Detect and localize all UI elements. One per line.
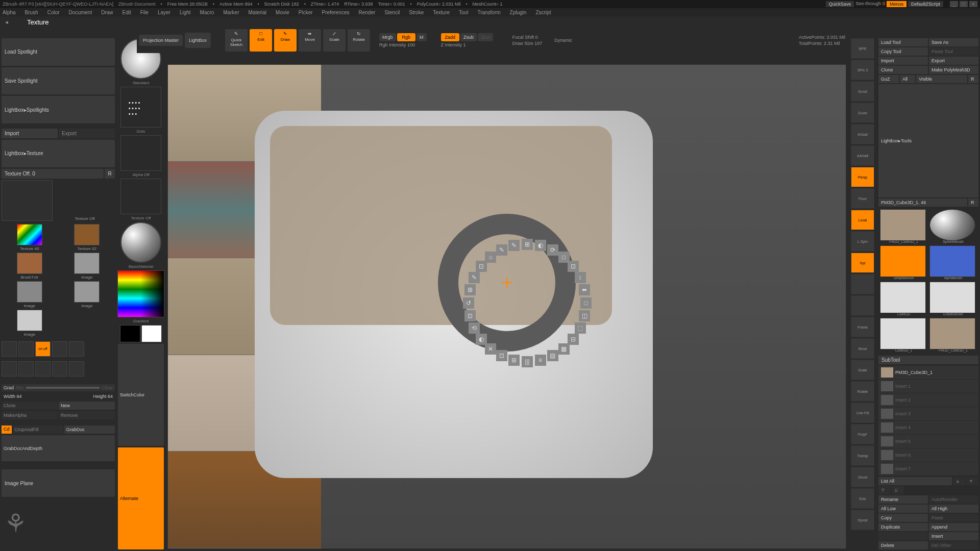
switchcolor-button[interactable]: SwitchColor xyxy=(118,344,164,446)
wheel-icon-0[interactable]: ⊞ xyxy=(522,239,533,250)
wheel-icon-23[interactable]: ✎ xyxy=(469,272,480,283)
wheel-icon-8[interactable]: ◫ xyxy=(579,310,590,321)
rename-button[interactable]: Rename xyxy=(878,495,928,504)
tool-icon-7[interactable] xyxy=(18,361,34,377)
nav-zoom[interactable]: Zoom xyxy=(851,103,874,123)
tool-thumb-wrap[interactable]: AlphaBrush xyxy=(929,245,977,280)
quicksave-button[interactable]: QuickSave xyxy=(826,1,854,7)
wheel-icon-14[interactable]: ||| xyxy=(522,356,533,367)
tool-thumb-wrap[interactable]: PM3D_Cube3D_1 xyxy=(880,209,927,243)
nav-l.sym[interactable]: L.Sym xyxy=(851,231,874,252)
move-up-icon[interactable]: ⇈ xyxy=(878,486,891,494)
tool-icon-1[interactable] xyxy=(2,341,17,357)
menu-document[interactable]: Document xyxy=(69,10,92,15)
menu-movie[interactable]: Movie xyxy=(276,10,289,15)
color-picker[interactable] xyxy=(117,270,164,317)
subtool-item[interactable]: Insert 2 xyxy=(878,393,978,407)
wheel-icon-2[interactable]: ⟳ xyxy=(547,244,558,256)
import-tool-button[interactable]: Import xyxy=(878,57,928,65)
menu-zplugin[interactable]: Zplugin xyxy=(510,10,527,15)
import-button[interactable]: Import xyxy=(2,129,58,138)
load-tool-button[interactable]: Load Tool xyxy=(878,38,928,46)
autoreorder-button[interactable]: AutoReorder xyxy=(929,495,978,504)
r-button-tool[interactable]: R xyxy=(968,198,978,207)
nav-floor[interactable]: Floor xyxy=(851,188,874,209)
delete-button[interactable]: Delete xyxy=(878,541,928,549)
subtool-item[interactable]: Insert 5 xyxy=(878,435,978,448)
wheel-icon-18[interactable]: ◐ xyxy=(476,334,487,345)
menu-marker[interactable]: Marker xyxy=(223,10,239,15)
stroke-preview[interactable] xyxy=(120,87,161,128)
nav-spix-3[interactable]: SPix 3 xyxy=(851,60,874,80)
wheel-icon-26[interactable]: ✎ xyxy=(496,244,507,256)
insert-button[interactable]: Insert xyxy=(929,532,978,540)
lightbox-tools-button[interactable]: Lightbox▸Tools xyxy=(878,84,978,197)
rgb-intensity-label[interactable]: Rgb Intensity 100 xyxy=(379,42,427,47)
cd-badge[interactable]: Cd xyxy=(2,425,12,434)
texture-preview-large[interactable] xyxy=(2,180,53,221)
nav-frame[interactable]: Frame xyxy=(851,317,874,337)
nav-local[interactable]: Local xyxy=(851,210,874,230)
wheel-icon-11[interactable]: ▦ xyxy=(558,343,570,355)
subtool-item[interactable]: Insert 6 xyxy=(878,448,978,462)
nav-xyz[interactable]: Xyz xyxy=(851,253,874,273)
tool-icon-4[interactable] xyxy=(52,341,67,357)
subtool-item[interactable]: Insert 3 xyxy=(878,407,978,420)
menu-transform[interactable]: Transform xyxy=(477,10,500,15)
menu-layer[interactable]: Layer xyxy=(158,10,170,15)
cropfill-button[interactable]: CropAndFill xyxy=(13,425,63,434)
close-icon[interactable]: × xyxy=(969,1,977,7)
subtool-item[interactable]: Insert 7 xyxy=(878,462,978,475)
move-button[interactable]: ⬌Move xyxy=(299,29,321,52)
nav-scale[interactable]: Scale xyxy=(851,360,874,380)
texture-swatch[interactable] xyxy=(17,281,42,303)
nav-persp[interactable]: Persp xyxy=(851,167,874,187)
menu-color[interactable]: Color xyxy=(47,10,60,15)
menus-button[interactable]: Menus xyxy=(887,1,906,7)
gradient-label[interactable]: Gradient xyxy=(133,319,149,323)
nav-icon[interactable] xyxy=(851,274,874,294)
texture-item[interactable]: Texture 40 xyxy=(2,224,58,251)
wheel-icon-19[interactable]: ⟲ xyxy=(469,322,480,334)
grabdoc-button[interactable]: GrabDoc xyxy=(64,425,115,434)
height-label[interactable]: Height 64 xyxy=(93,394,113,399)
subtool-item[interactable]: Insert 4 xyxy=(878,421,978,434)
wheel-icon-15[interactable]: ⊞ xyxy=(508,355,520,366)
menu-tool[interactable]: Tool xyxy=(459,10,468,15)
all-button[interactable]: All xyxy=(900,75,915,83)
nav-bpr[interactable]: BPR xyxy=(851,38,874,59)
r-button-right[interactable]: R xyxy=(968,75,978,83)
rgb-button[interactable]: Rgb xyxy=(397,33,416,41)
wheel-icon-5[interactable]: ↕ xyxy=(575,272,586,283)
chevron-left-icon[interactable]: ◄ xyxy=(4,19,9,25)
move-down-icon[interactable]: ⇊ xyxy=(892,486,904,494)
tool-icon-2[interactable] xyxy=(18,341,34,357)
spotlight-wheel[interactable]: ⊞◐⟳□⊡↕⬌□◫⬚⊟▦▤≡|||⊞⊡✕◐⟲⊡↺⊞✎⊡⌂✎✎ xyxy=(438,214,576,352)
menu-macro[interactable]: Macro xyxy=(200,10,214,15)
nav-scroll[interactable]: Scroll xyxy=(851,81,874,102)
tool-thumb[interactable] xyxy=(929,209,975,241)
draw-size-label[interactable]: Draw Size 197 xyxy=(512,41,543,46)
focal-shift-label[interactable]: Focal Shift 0 xyxy=(512,35,543,40)
texture-swatch[interactable] xyxy=(74,253,100,274)
tool-thumb[interactable] xyxy=(929,245,975,277)
draw-button[interactable]: ✎Draw xyxy=(274,29,297,52)
save-as-button[interactable]: Save As xyxy=(929,38,978,46)
tool-thumb[interactable] xyxy=(880,318,926,349)
menu-preferences[interactable]: Preferences xyxy=(322,10,350,15)
nav-actual[interactable]: Actual xyxy=(851,124,874,144)
paste-button[interactable]: Paste xyxy=(929,514,978,522)
lightbox-spotlights-button[interactable]: Lightbox▸Spotlights xyxy=(2,96,115,123)
mrgb-button[interactable]: Mrgb xyxy=(379,33,396,41)
duplicate-button[interactable]: Duplicate xyxy=(878,523,928,531)
nav-transp[interactable]: Transp xyxy=(851,445,874,466)
nav-polyf[interactable]: PolyF xyxy=(851,424,874,444)
tool-thumb[interactable] xyxy=(880,209,926,241)
copy-button[interactable]: Copy xyxy=(878,514,928,522)
dynamic-label[interactable]: Dynamic xyxy=(554,38,572,43)
append-button[interactable]: Append xyxy=(929,523,978,531)
tool-thumb-wrap[interactable]: Cube3D xyxy=(880,282,927,316)
menu-texture[interactable]: Texture xyxy=(433,10,450,15)
subtool-item[interactable]: PM3D_Cube3D_1 xyxy=(878,366,978,379)
lightbox-texture-button[interactable]: Lightbox▸Texture xyxy=(2,140,115,167)
